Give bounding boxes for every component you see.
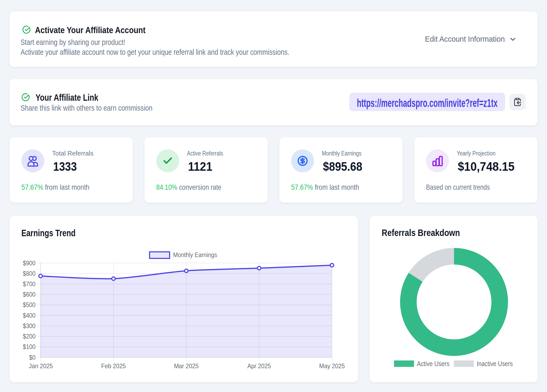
svg-text:Share this link with others to: Share this link with others to earn comm… [21, 104, 153, 112]
svg-text:Referrals Breakdown: Referrals Breakdown [382, 228, 460, 238]
svg-text:Apr 2025: Apr 2025 [247, 362, 271, 370]
svg-text:Based on current trends: Based on current trends [426, 183, 490, 191]
svg-text:$600: $600 [23, 291, 36, 298]
svg-text:84.10% conversion rate: 84.10% conversion rate [156, 183, 221, 191]
svg-text:Edit Account Information: Edit Account Information [425, 34, 505, 43]
svg-text:1121: 1121 [188, 160, 212, 173]
svg-text:$300: $300 [23, 322, 36, 329]
svg-text:Start earning by sharing our p: Start earning by sharing our product! [21, 37, 125, 46]
svg-text:$400: $400 [23, 312, 36, 319]
svg-text:57.67% from last month: 57.67% from last month [291, 183, 359, 191]
svg-text:1333: 1333 [53, 160, 77, 173]
svg-text:Activate Your Affiliate Accoun: Activate Your Affiliate Account [35, 25, 146, 35]
svg-text:Active Referrals: Active Referrals [187, 150, 223, 157]
svg-text:$800: $800 [23, 270, 36, 277]
svg-text:Earnings Trend: Earnings Trend [21, 228, 76, 238]
svg-text:https://merchadspro.com/invite: https://merchadspro.com/invite?ref=z1tx [357, 96, 498, 110]
svg-text:Yearly Projection: Yearly Projection [457, 150, 495, 157]
svg-text:Inactive Users: Inactive Users [477, 360, 513, 367]
svg-text:$200: $200 [23, 333, 36, 340]
svg-text:$700: $700 [23, 280, 36, 288]
svg-text:$10,748.15: $10,748.15 [458, 160, 514, 173]
svg-text:$895.68: $895.68 [323, 160, 362, 173]
svg-text:$100: $100 [23, 343, 36, 350]
svg-text:Jan 2025: Jan 2025 [29, 362, 53, 370]
svg-text:$500: $500 [23, 301, 36, 308]
svg-text:Mar 2025: Mar 2025 [174, 362, 198, 370]
svg-text:May 2025: May 2025 [319, 362, 345, 370]
svg-text:$0: $0 [29, 354, 36, 361]
svg-text:57.67% from last month: 57.67% from last month [21, 183, 89, 191]
svg-text:$900: $900 [23, 259, 36, 266]
svg-text:Total Referrals: Total Referrals [52, 150, 93, 157]
svg-text:Active Users: Active Users [417, 360, 450, 368]
svg-text:Monthly Earnings: Monthly Earnings [322, 150, 361, 157]
svg-text:Your Affiliate Link: Your Affiliate Link [36, 92, 98, 103]
svg-text:Activate your affiliate accoun: Activate your affiliate account now to g… [21, 47, 289, 56]
svg-text:Monthly Earnings: Monthly Earnings [173, 251, 217, 258]
svg-text:Feb 2025: Feb 2025 [101, 362, 126, 370]
